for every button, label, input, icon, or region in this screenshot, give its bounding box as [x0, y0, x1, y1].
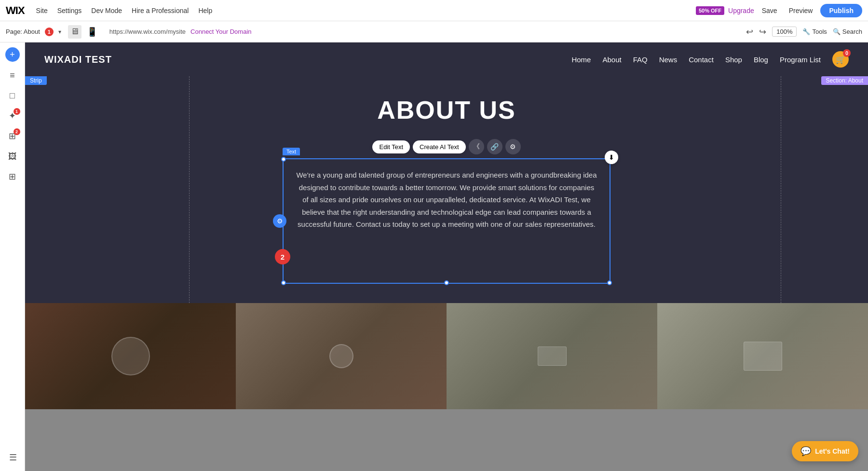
preview-button[interactable]: Preview: [785, 5, 817, 16]
text-box-wrapper: Text ⚙ ⬇ 2 We're a young and talented gr…: [283, 158, 610, 284]
wix-logo: WIX: [6, 4, 25, 17]
page-badge: 1: [45, 28, 54, 36]
sidebar-icon-media[interactable]: 🖼: [4, 148, 21, 165]
nav-link-about[interactable]: About: [602, 55, 621, 64]
cart-count: 0: [843, 49, 851, 57]
cart-icon[interactable]: 🛒 0: [832, 51, 849, 68]
step-2-badge: 2: [275, 249, 290, 264]
section-about-label[interactable]: Section: About: [821, 76, 868, 85]
photo-content-4: [657, 303, 868, 409]
sidebar-icon-design[interactable]: ✦ 1: [4, 107, 21, 125]
create-ai-text-button[interactable]: Create AI Text: [413, 140, 465, 153]
photo-image-3: [538, 346, 567, 366]
handle-top-left[interactable]: [281, 157, 286, 162]
text-toolbar: Edit Text Create AI Text 《 🔗 ⚙: [372, 139, 520, 154]
save-button[interactable]: Save: [758, 5, 781, 16]
text-box[interactable]: We're a young and talented group of entr…: [283, 158, 610, 284]
nav-link-news[interactable]: News: [659, 55, 678, 64]
face-image-2: [329, 344, 353, 368]
sidebar-icon-menu[interactable]: ≡: [4, 67, 21, 84]
history-icon-button[interactable]: 《: [469, 139, 484, 154]
badge-50off: 50% OFF: [696, 6, 724, 15]
download-icon-button[interactable]: ⬇: [605, 151, 618, 164]
search-button[interactable]: 🔍 Search: [833, 28, 862, 35]
photo-content-1: [25, 303, 236, 409]
chat-icon: 💬: [800, 446, 811, 457]
upgrade-button[interactable]: Upgrade: [728, 7, 754, 14]
chat-button-label: Let's Chat!: [815, 447, 850, 455]
about-paragraph: We're a young and talented group of entr…: [295, 169, 598, 231]
redo-icon[interactable]: ↪: [759, 27, 766, 37]
connect-domain-link[interactable]: Connect Your Domain: [190, 28, 251, 35]
page-label: Page: About: [6, 28, 40, 35]
edit-text-button[interactable]: Edit Text: [372, 140, 410, 153]
wrench-icon: 🔧: [802, 28, 810, 35]
url-display: https://www.wix.com/mysite: [109, 28, 186, 35]
desktop-icon[interactable]: 🖥: [68, 25, 81, 39]
page-dropdown-chevron[interactable]: ▾: [58, 28, 61, 35]
zoom-level[interactable]: 100%: [772, 27, 797, 37]
menu-devmode[interactable]: Dev Mode: [87, 5, 126, 16]
add-element-button[interactable]: +: [5, 47, 20, 62]
mobile-icon[interactable]: 📱: [84, 25, 100, 39]
text-type-label: Text: [283, 148, 300, 155]
website-preview: WIXADI TEST Home About FAQ News Contact …: [25, 42, 868, 471]
photo-image-4: [744, 342, 782, 371]
sidebar-icon-layout[interactable]: ⊞: [4, 168, 21, 185]
nav-link-blog[interactable]: Blog: [754, 55, 768, 64]
photo-panel-1[interactable]: [25, 303, 236, 409]
top-bar: WIX Site Settings Dev Mode Hire a Profes…: [0, 0, 868, 21]
site-nav-links: Home About FAQ News Contact Shop Blog Pr…: [571, 51, 849, 68]
link-icon-button[interactable]: 🔗: [487, 139, 502, 154]
left-sidebar: + ≡ □ ✦ 1 ⊞ 2 🖼 ⊞ ☰: [0, 42, 25, 471]
strip-label[interactable]: Strip: [25, 76, 47, 85]
apps-badge: 2: [14, 128, 20, 135]
site-logo: WIXADI TEST: [44, 54, 112, 65]
nav-link-contact[interactable]: Contact: [689, 55, 714, 64]
handle-bottom-right[interactable]: [607, 280, 612, 285]
nav-link-program-list[interactable]: Program List: [780, 55, 821, 64]
about-heading[interactable]: ABOUT US: [377, 96, 516, 125]
guide-right: [781, 76, 781, 303]
undo-icon[interactable]: ↩: [746, 27, 753, 37]
face-image-1: [111, 337, 150, 375]
menu-settings[interactable]: Settings: [54, 5, 86, 16]
sidebar-icon-pages[interactable]: □: [4, 87, 21, 104]
search-icon: 🔍: [833, 28, 841, 35]
photo-panel-3[interactable]: [447, 303, 657, 409]
chat-button[interactable]: 💬 Let's Chat!: [792, 441, 858, 461]
nav-link-home[interactable]: Home: [571, 55, 591, 64]
site-navigation: WIXADI TEST Home About FAQ News Contact …: [25, 42, 868, 76]
photo-panel-4[interactable]: [657, 303, 868, 409]
canvas-area: WIXADI TEST Home About FAQ News Contact …: [25, 42, 868, 471]
about-section: ABOUT US Edit Text Create AI Text 《 🔗 ⚙ …: [25, 76, 868, 303]
menu-hire[interactable]: Hire a Professional: [128, 5, 192, 16]
settings-icon-button[interactable]: ⚙: [505, 139, 521, 154]
photos-section: [25, 303, 868, 409]
nav-link-faq[interactable]: FAQ: [633, 55, 648, 64]
handle-bottom-mid[interactable]: [444, 280, 449, 285]
top-bar-right: 50% OFF Upgrade Save Preview Publish: [696, 4, 862, 17]
guide-left: [189, 76, 190, 303]
second-bar: Page: About 1 ▾ 🖥 📱 https://www.wix.com/…: [0, 21, 868, 42]
edit-circle-icon[interactable]: ⚙: [273, 214, 286, 228]
handle-bottom-left[interactable]: [281, 280, 286, 285]
sidebar-icon-apps[interactable]: ⊞ 2: [4, 127, 21, 145]
nav-link-shop[interactable]: Shop: [725, 55, 742, 64]
second-bar-right: ↩ ↪ 100% 🔧 Tools 🔍 Search: [746, 27, 862, 37]
menu-site[interactable]: Site: [32, 5, 52, 16]
design-badge: 1: [14, 108, 20, 115]
photo-content-2: [236, 303, 447, 409]
photo-content-3: [447, 303, 657, 409]
top-bar-menu: Site Settings Dev Mode Hire a Profession…: [32, 5, 217, 16]
device-icons: 🖥 📱: [68, 25, 100, 39]
main-layout: + ≡ □ ✦ 1 ⊞ 2 🖼 ⊞ ☰ WIXADI TEST Home Abo…: [0, 42, 868, 471]
menu-help[interactable]: Help: [194, 5, 216, 16]
publish-button[interactable]: Publish: [820, 4, 862, 17]
photo-panel-2[interactable]: [236, 303, 447, 409]
sidebar-bottom-icon[interactable]: ☰: [4, 449, 22, 466]
tools-button[interactable]: 🔧 Tools: [802, 28, 827, 35]
